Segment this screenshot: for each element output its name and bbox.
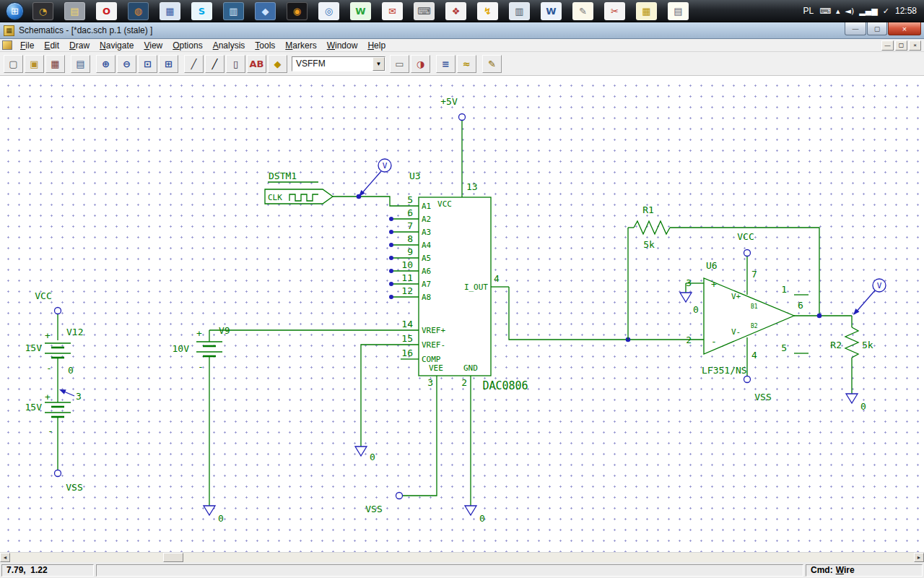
viewpoint-arrow[interactable] [65,392,74,397]
menu-navigate[interactable]: Navigate [95,40,139,51]
terminal-bubble[interactable] [396,493,403,499]
notes-editor-icon[interactable]: ✎ [572,2,593,20]
menu-tools[interactable]: Tools [250,40,280,51]
keyboard-layout-icon[interactable]: ⌨ [819,7,831,16]
skype-icon[interactable]: S [191,2,212,20]
maximize-button[interactable]: ▢ [867,22,887,35]
edit-attributes-button[interactable]: ▭ [390,55,409,73]
web-globe-icon[interactable]: ◎ [318,2,339,20]
file-manager-icon[interactable]: ▤ [64,2,85,20]
resistor-zigzag[interactable] [634,221,670,234]
source-v12-stack[interactable]: VCC + V12 15V - 0 3 + [25,290,84,493]
stimulus-dstm1[interactable]: DSTM1 CLK [265,171,419,206]
wire-iout[interactable] [509,287,704,342]
word-icon[interactable]: W [541,2,562,20]
utility-tool-icon[interactable]: ◆ [255,2,276,20]
source-v9[interactable]: + V9 10V - 0 [173,325,419,524]
ground-symbol[interactable] [204,506,215,515]
document-icon[interactable] [2,40,12,50]
schematic-canvas[interactable]: +5V DSTM1 CLK V [0,76,924,552]
opamp-u6[interactable]: U6 0 3 + 2 - VCC 7 V+ V- 4 VSS [680,231,808,402]
chevron-down-icon[interactable]: ▼ [372,57,385,71]
usb-device-icon[interactable]: ✓ [883,7,889,16]
menu-analysis[interactable]: Analysis [208,40,250,51]
zoom-page-button[interactable]: ⊞ [159,55,178,73]
media-player-icon[interactable]: ◔ [32,2,53,20]
voltage-probe-output[interactable]: V [853,279,886,315]
scroll-right-button[interactable]: ► [914,553,924,562]
terminal-bubble[interactable] [744,250,751,256]
edit-symbol-button[interactable]: ◑ [411,55,430,73]
ground-symbol[interactable] [846,394,858,403]
terminal-bubble[interactable] [55,470,61,477]
net-dac-gnd[interactable]: 0 [465,376,485,524]
menu-edit[interactable]: Edit [39,40,64,51]
terminal-bubble[interactable] [744,376,751,383]
ground-symbol[interactable] [355,447,367,456]
wire-segment[interactable] [333,197,419,206]
wire-segment[interactable] [403,376,437,496]
draw-bus-button[interactable]: ╱ [205,55,225,73]
mdi-minimize-button[interactable]: — [881,40,894,51]
control-panel-icon[interactable]: ▥ [509,2,530,20]
voltage-marker-button[interactable]: ✎ [482,55,502,73]
ground-symbol[interactable] [680,293,692,302]
network-signal-icon[interactable]: ▂▄▆ [859,7,877,16]
scroll-left-button[interactable]: ◄ [0,553,10,562]
wire-segment[interactable] [361,345,419,447]
chevron-up-icon[interactable]: ▴ [836,7,840,16]
open-button[interactable]: ▣ [25,55,44,73]
whatsapp-icon[interactable]: W [350,2,371,20]
terminal-bubble[interactable] [55,308,61,314]
text-label-button[interactable]: AB [247,55,266,73]
music-player-icon[interactable]: ◉ [287,2,308,20]
zoom-in-button[interactable]: ⊕ [96,55,116,73]
part-combobox[interactable]: VSFFM ▼ [292,56,385,72]
net-plus5v[interactable]: +5V [440,96,465,197]
menu-options[interactable]: Options [167,40,207,51]
ground-symbol[interactable] [465,506,476,515]
horizontal-scrollbar[interactable]: ◄ ► [0,552,924,562]
get-new-part-button[interactable]: ◆ [268,55,287,73]
text-editor-icon[interactable]: ▤ [668,2,689,20]
scrollbar-thumb[interactable] [163,553,183,562]
media-swirl-icon[interactable]: ❖ [445,2,466,20]
power-app-icon[interactable]: ↯ [477,2,498,20]
menu-markers[interactable]: Markers [280,40,321,51]
voltage-probe-clk[interactable]: V [359,159,391,197]
net-vref-minus[interactable]: 0 [355,345,419,462]
firefox-browser-icon[interactable]: ◍ [128,2,149,20]
spreadsheet-icon[interactable]: ▦ [636,2,657,20]
close-button[interactable]: × [888,22,921,35]
minimize-button[interactable]: — [845,22,866,35]
save-button[interactable]: ▦ [45,55,65,73]
new-schematic-button[interactable]: ▢ [4,55,23,73]
start-button[interactable]: ⊞ [6,2,24,20]
opera-browser-icon[interactable]: O [96,2,117,20]
mdi-restore-button[interactable]: ▢ [895,40,907,51]
remote-desktop-icon[interactable]: ▦ [160,2,180,20]
resistor-zigzag[interactable] [845,327,858,358]
clock[interactable]: 12:58 [895,6,918,16]
draw-wire-button[interactable]: ╱ [184,55,204,73]
snipping-tool-icon[interactable]: ✂ [604,2,625,20]
menu-draw[interactable]: Draw [64,40,95,51]
menu-view[interactable]: View [139,40,167,51]
menu-help[interactable]: Help [362,40,391,51]
print-button[interactable]: ▤ [71,55,90,73]
help-book-icon[interactable]: ▥ [223,2,244,20]
menu-file[interactable]: File [15,40,39,51]
mail-client-icon[interactable]: ✉ [382,2,403,20]
menu-window[interactable]: Window [322,40,363,51]
wire-output[interactable] [794,314,852,319]
keyboard-language-indicator[interactable]: PL [803,6,814,16]
volume-icon[interactable]: ◄) [845,7,855,16]
net-vee-vss[interactable]: VSS [365,376,437,514]
wire-segment[interactable] [509,287,704,340]
zoom-out-button[interactable]: ⊖ [117,55,136,73]
setup-analysis-button[interactable]: ≡ [436,55,456,73]
dac-u3[interactable]: U3 13 VCC 5 6 [389,171,528,392]
zoom-area-button[interactable]: ⊡ [138,55,157,73]
resistor-r2[interactable]: 0 R2 5k [830,316,873,412]
mdi-close-button[interactable]: × [909,40,921,51]
